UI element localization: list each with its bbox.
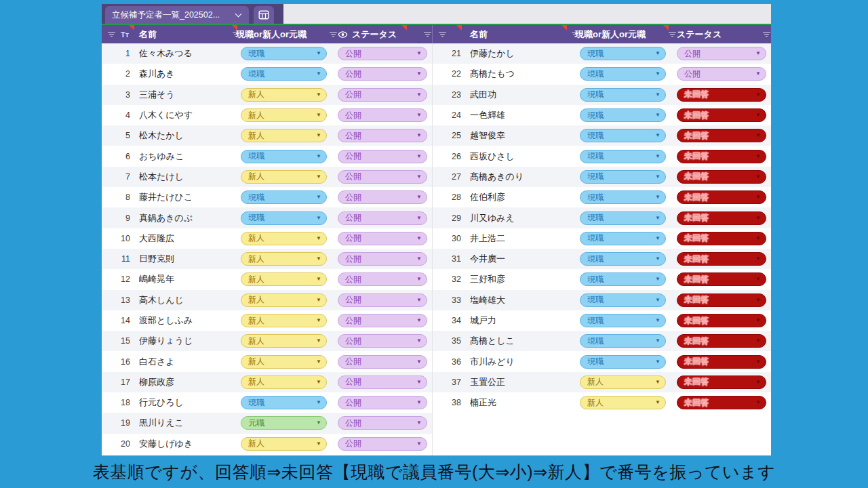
status-select[interactable]: 公開 ▼ <box>338 314 427 327</box>
filter-icon[interactable] <box>438 30 447 38</box>
row-number[interactable]: 25 <box>438 131 461 140</box>
role-select[interactable]: 現職 ▼ <box>580 272 666 286</box>
row-number[interactable]: 9 <box>107 214 130 223</box>
candidate-name[interactable]: 塩崎雄大 <box>470 294 580 306</box>
candidate-name[interactable]: 髙橋あきのり <box>470 171 580 183</box>
status-select[interactable]: 未回答 ▼ <box>677 252 766 266</box>
role-select[interactable]: 現職 ▼ <box>580 232 666 245</box>
candidate-name[interactable]: 黒川りえこ <box>139 417 241 429</box>
role-select[interactable]: 新人 ▼ <box>580 375 666 389</box>
status-select[interactable]: 公開 ▼ <box>338 232 427 245</box>
role-select[interactable]: 現職 ▼ <box>580 67 666 81</box>
role-select[interactable]: 現職 ▼ <box>580 190 666 204</box>
row-number[interactable]: 3 <box>107 90 130 100</box>
row-number[interactable]: 24 <box>438 110 461 120</box>
chevron-down-icon[interactable] <box>235 10 242 17</box>
status-select[interactable]: 未回答 ▼ <box>677 375 766 389</box>
role-select[interactable]: 現職 ▼ <box>580 88 666 102</box>
candidate-name[interactable]: 武田功 <box>470 89 580 101</box>
candidate-name[interactable]: 楠正光 <box>470 396 580 409</box>
candidate-name[interactable]: 森川あき <box>139 68 241 80</box>
role-select[interactable]: 現職 ▼ <box>580 47 666 60</box>
role-select[interactable]: 元職 ▼ <box>241 416 327 430</box>
role-select[interactable]: 新人 ▼ <box>241 314 327 327</box>
role-select[interactable]: 現職 ▼ <box>580 252 666 266</box>
role-select[interactable]: 新人 ▼ <box>241 293 327 307</box>
candidate-name[interactable]: 大西隆広 <box>139 232 241 245</box>
candidate-name[interactable]: 安藤しげゆき <box>139 438 241 450</box>
status-select[interactable]: 未回答 ▼ <box>677 293 766 307</box>
row-number[interactable]: 22 <box>438 69 461 79</box>
role-select[interactable]: 現職 ▼ <box>241 47 327 60</box>
row-number[interactable]: 14 <box>107 316 130 325</box>
status-select[interactable]: 未回答 ▼ <box>677 170 766 184</box>
candidate-name[interactable]: おちゆみこ <box>139 150 241 163</box>
candidate-name[interactable]: 伊藤たかし <box>470 47 580 60</box>
role-select[interactable]: 現職 ▼ <box>580 129 666 142</box>
candidate-name[interactable]: 玉置公正 <box>470 376 580 388</box>
candidate-name[interactable]: 佐伯利彦 <box>470 191 580 203</box>
candidate-name[interactable]: 柳原政彦 <box>139 376 241 388</box>
status-select[interactable]: 未回答 ▼ <box>677 108 766 122</box>
status-select[interactable]: 公開 ▼ <box>338 88 427 102</box>
candidate-name[interactable]: 藤井たけひこ <box>139 191 241 203</box>
role-select[interactable]: 新人 ▼ <box>241 252 327 266</box>
row-number[interactable]: 32 <box>438 274 461 284</box>
candidate-name[interactable]: 伊藤りょうじ <box>139 335 241 347</box>
row-number[interactable]: 35 <box>438 336 461 346</box>
candidate-name[interactable]: 渡部としふみ <box>139 314 241 327</box>
status-select[interactable]: 未回答 ▼ <box>677 88 766 102</box>
candidate-name[interactable]: 髙橋としこ <box>470 335 580 347</box>
row-number[interactable]: 31 <box>438 254 461 264</box>
filter-icon[interactable] <box>107 30 116 38</box>
role-select[interactable]: 新人 ▼ <box>241 108 327 122</box>
status-select[interactable]: 公開 ▼ <box>677 67 766 81</box>
role-select[interactable]: 新人 ▼ <box>241 334 327 348</box>
role-select[interactable]: 現職 ▼ <box>580 334 666 348</box>
status-select[interactable]: 未回答 ▼ <box>677 232 766 245</box>
status-select[interactable]: 公開 ▼ <box>338 334 427 348</box>
filter-icon[interactable] <box>329 30 338 38</box>
role-select[interactable]: 新人 ▼ <box>241 170 327 184</box>
row-number[interactable]: 12 <box>107 274 130 284</box>
status-select[interactable]: 未回答 ▼ <box>677 334 766 348</box>
status-select[interactable]: 公開 ▼ <box>338 190 427 204</box>
status-select[interactable]: 未回答 ▼ <box>677 396 766 409</box>
status-select[interactable]: 公開 ▼ <box>338 170 427 184</box>
row-number[interactable]: 38 <box>438 398 461 407</box>
status-select[interactable]: 未回答 ▼ <box>677 129 766 142</box>
row-number[interactable]: 18 <box>107 398 130 407</box>
row-number[interactable]: 36 <box>438 357 461 367</box>
role-select[interactable]: 現職 ▼ <box>580 108 666 122</box>
row-number[interactable]: 5 <box>107 131 130 140</box>
role-select[interactable]: 新人 ▼ <box>241 272 327 286</box>
status-select[interactable]: 公開 ▼ <box>338 67 427 81</box>
candidate-name[interactable]: 髙橋たもつ <box>470 68 580 80</box>
candidate-name[interactable]: 佐々木みつる <box>139 47 241 60</box>
row-number[interactable]: 33 <box>438 296 461 305</box>
role-select[interactable]: 現職 ▼ <box>241 211 327 225</box>
candidate-name[interactable]: 井上浩二 <box>470 232 580 245</box>
candidate-name[interactable]: 西坂ひさし <box>470 150 580 163</box>
row-number[interactable]: 13 <box>107 296 130 305</box>
status-select[interactable]: 公開 ▼ <box>338 129 427 142</box>
role-select[interactable]: 新人 ▼ <box>241 232 327 245</box>
role-select[interactable]: 現職 ▼ <box>580 355 666 369</box>
status-select[interactable]: 未回答 ▼ <box>677 190 766 204</box>
row-number[interactable]: 17 <box>107 378 130 387</box>
role-select[interactable]: 現職 ▼ <box>241 67 327 81</box>
row-number[interactable]: 29 <box>438 214 461 223</box>
row-number[interactable]: 7 <box>107 172 130 182</box>
status-select[interactable]: 公開 ▼ <box>338 150 427 163</box>
candidate-name[interactable]: 城戸力 <box>470 314 580 327</box>
row-number[interactable]: 1 <box>107 49 130 58</box>
candidate-name[interactable]: 真鍋あきのぶ <box>139 212 241 224</box>
candidate-name[interactable]: 三浦そう <box>139 89 241 101</box>
candidate-name[interactable]: 市川みどり <box>470 356 580 368</box>
status-select[interactable]: 未回答 ▼ <box>677 355 766 369</box>
header-status-cell[interactable]: ステータス <box>677 28 771 41</box>
filter-icon[interactable] <box>423 30 432 38</box>
status-select[interactable]: 公開 ▼ <box>338 293 427 307</box>
candidate-name[interactable]: 松木たかし <box>139 129 241 142</box>
role-select[interactable]: 現職 ▼ <box>580 150 666 163</box>
